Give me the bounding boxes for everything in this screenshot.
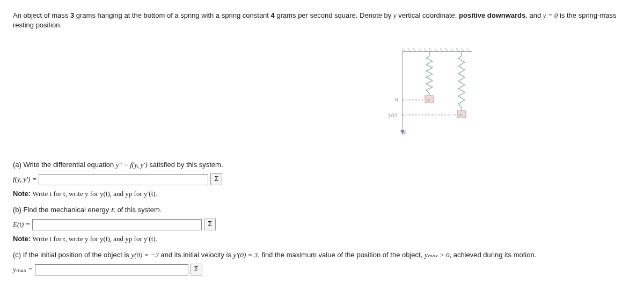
y-eq-zero: y = 0: [543, 11, 558, 19]
part-a: (a) Write the differential equation y″ =…: [13, 161, 631, 198]
svg-text:y(t): y(t): [388, 111, 397, 118]
svg-line-11: [456, 48, 459, 52]
sigma-button-a[interactable]: Σ: [210, 173, 222, 185]
y0-expr: y(0) = −2: [131, 251, 158, 259]
svg-text:0: 0: [395, 96, 398, 103]
yp0-expr: y′(0) = 3: [233, 251, 258, 259]
ode-expr: y″ = f(y, y′): [116, 161, 148, 169]
positive-downwards: positive downwards: [459, 11, 525, 19]
svg-text:m: m: [459, 112, 463, 117]
problem-statement: An object of mass 3 grams hanging at the…: [13, 11, 631, 30]
svg-line-8: [440, 48, 443, 52]
svg-line-1: [402, 48, 405, 52]
f-input[interactable]: [39, 174, 208, 185]
svg-line-9: [445, 48, 448, 52]
ymax-cond: yₘₐₓ > 0: [425, 251, 450, 259]
f-yy-label: f(y, y′) =: [13, 175, 36, 184]
svg-line-5: [424, 48, 427, 52]
svg-line-3: [413, 48, 416, 52]
svg-line-10: [451, 48, 453, 52]
note-body-b: Write t for t, write y for y(t), and yp …: [31, 235, 157, 243]
ymax-input[interactable]: [35, 264, 188, 275]
part-b: (b) Find the mechanical energy E of this…: [13, 206, 631, 243]
part-c: (c) If the initial position of the objec…: [13, 251, 631, 275]
svg-text:m: m: [427, 97, 430, 102]
spring-k-value: 4: [271, 11, 275, 19]
E-input[interactable]: [32, 219, 202, 230]
note-label-a: Note:: [13, 190, 31, 198]
ymax-label: yₘₐₓ =: [13, 265, 33, 274]
svg-line-6: [429, 48, 432, 52]
sigma-button-c[interactable]: Σ: [191, 264, 202, 275]
E-t-label: E(t) =: [13, 220, 30, 229]
sigma-button-b[interactable]: Σ: [204, 219, 216, 230]
spring-mass-diagram: y 0 y(t) m m: [376, 46, 494, 137]
svg-line-7: [435, 48, 437, 52]
note-label-b: Note:: [13, 235, 31, 243]
svg-line-2: [408, 48, 411, 52]
E-var: E: [111, 206, 115, 214]
note-body-a: Write t for t, write y for y(t), and yp …: [31, 190, 157, 198]
spring-figure-container: y 0 y(t) m m: [13, 46, 631, 139]
svg-line-4: [419, 48, 421, 52]
svg-text:y: y: [403, 129, 406, 135]
intro-text: An object of mass: [13, 11, 70, 19]
svg-line-13: [467, 48, 470, 52]
svg-line-12: [462, 48, 464, 52]
